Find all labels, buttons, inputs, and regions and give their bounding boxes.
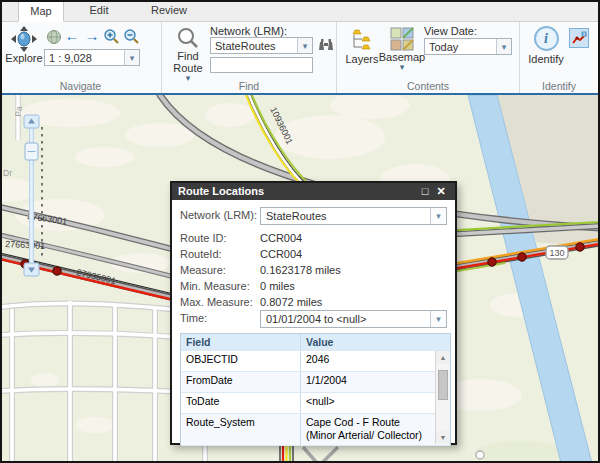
column-header-value[interactable]: Value <box>301 334 450 350</box>
map-scale-combo[interactable]: 1 : 9,028 ▾ <box>44 49 140 66</box>
layers-icon <box>349 27 375 53</box>
zoom-in-icon[interactable] <box>103 28 120 45</box>
find-route-label: Find Route <box>171 50 205 74</box>
chevron-down-icon[interactable]: ▾ <box>124 50 139 65</box>
scroll-down-icon[interactable]: ▼ <box>436 431 450 444</box>
tab-review[interactable]: Review <box>134 0 204 21</box>
app-window: Map Edit Review Explore <box>0 0 600 463</box>
group-label-contents: Contents <box>337 80 519 92</box>
road-label: 27663001 <box>5 239 46 251</box>
close-icon[interactable]: ✕ <box>433 183 449 200</box>
street-label: Pa <box>13 106 24 118</box>
cell-field: OBJECTID <box>181 351 301 371</box>
maximize-icon[interactable]: □ <box>417 183 433 200</box>
route-shield-number: 130 <box>549 248 564 258</box>
dialog-time-value: 01/01/2004 to <null> <box>261 313 430 325</box>
table-row[interactable]: OBJECTID 2046 <box>181 351 450 372</box>
field-value: CCR004 <box>260 232 302 244</box>
basemap-icon <box>390 27 414 51</box>
network-lrm-label: Network (LRM): <box>210 25 287 37</box>
column-header-field[interactable]: Field <box>181 334 301 350</box>
tab-edit[interactable]: Edit <box>64 0 134 21</box>
cell-field: ToDate <box>181 393 301 413</box>
min-measure-row: Min. Measure: 0 miles <box>180 278 447 294</box>
field-label: Measure: <box>180 264 226 276</box>
ribbon: Explore ← → 1 : 9,028 ▾ <box>0 22 600 93</box>
time-row: Time: 01/01/2004 to <null> ▾ <box>180 310 447 326</box>
chevron-down-icon[interactable]: ▾ <box>430 311 446 327</box>
layers-button[interactable]: Layers <box>345 27 379 65</box>
field-value: CCR004 <box>260 248 302 260</box>
dialog-time-combo[interactable]: 01/01/2004 to <null> ▾ <box>260 310 447 328</box>
field-label: Time: <box>180 312 207 324</box>
chevron-down-icon[interactable]: ▾ <box>496 39 511 54</box>
field-label: RouteId: <box>180 248 222 260</box>
zoom-out-icon[interactable] <box>123 28 140 45</box>
scrollbar-thumb[interactable] <box>438 370 448 400</box>
group-label-find: Find <box>162 80 336 92</box>
group-label-navigate: Navigate <box>0 80 161 92</box>
dialog-network-combo[interactable]: StateRoutes ▾ <box>260 207 447 225</box>
cell-field: FromDate <box>181 372 301 392</box>
field-label: Network (LRM): <box>180 209 257 221</box>
field-value: 0 miles <box>260 280 295 292</box>
dialog-network-value: StateRoutes <box>261 210 430 222</box>
route-id-row: Route ID: CCR004 <box>180 230 447 246</box>
previous-extent-icon[interactable]: ← <box>63 28 81 44</box>
route-locations-dialog: Route Locations □ ✕ Network (LRM): State… <box>170 181 457 445</box>
field-label: Max. Measure: <box>180 296 253 308</box>
network-combo[interactable]: StateRoutes ▾ <box>210 37 313 54</box>
street-label: Dr <box>3 168 12 178</box>
field-value: 0.8072 miles <box>260 296 322 308</box>
full-extent-globe-icon[interactable] <box>46 29 62 45</box>
view-date-value: Today <box>425 41 496 53</box>
chevron-down-icon[interactable]: ▾ <box>297 38 312 53</box>
field-label: Min. Measure: <box>180 280 250 292</box>
cell-value: 1/1/2004 <box>301 372 450 392</box>
network-row: Network (LRM): StateRoutes ▾ <box>180 207 447 223</box>
view-date-label: View Date: <box>424 25 477 37</box>
cell-value: 2046 <box>301 351 450 371</box>
ribbon-tab-bar: Map Edit Review <box>0 0 600 22</box>
explore-icon <box>11 26 37 52</box>
cell-value: <null> <box>301 393 450 413</box>
attribute-table: Field Value OBJECTID 2046 FromDate 1/1/2… <box>180 333 451 445</box>
field-value: 0.1623178 miles <box>260 264 341 276</box>
ribbon-underline <box>0 93 600 95</box>
table-scrollbar[interactable]: ▲ ▼ <box>435 351 450 444</box>
tab-map[interactable]: Map <box>18 0 64 22</box>
measure-row: Measure: 0.1623178 miles <box>180 262 447 278</box>
identify-label: Identify <box>528 53 563 65</box>
view-date-combo[interactable]: Today ▾ <box>424 38 512 55</box>
find-route-button[interactable]: Find Route ▾ <box>168 26 208 82</box>
max-measure-row: Max. Measure: 0.8072 miles <box>180 294 447 310</box>
explore-label: Explore <box>5 52 42 64</box>
identify-button[interactable]: i Identify <box>526 26 566 65</box>
table-row[interactable]: Route_System Cape Cod - F Route (Minor A… <box>181 414 450 446</box>
table-row[interactable]: ToDate <null> <box>181 393 450 414</box>
road-label: 27935001 <box>76 267 117 286</box>
cell-value: Cape Cod - F Route (Minor Arterial/ Coll… <box>301 414 450 445</box>
basemap-button[interactable]: Basemap ▾ <box>381 27 423 71</box>
binoculars-icon[interactable] <box>318 37 334 53</box>
layers-label: Layers <box>345 53 378 65</box>
dialog-title-bar[interactable]: Route Locations □ ✕ <box>172 183 455 200</box>
find-route-magnifier-icon <box>176 26 200 50</box>
chevron-down-icon[interactable]: ▾ <box>430 208 446 224</box>
table-row[interactable]: FromDate 1/1/2004 <box>181 372 450 393</box>
route-input[interactable] <box>210 57 313 73</box>
table-header-row: Field Value <box>181 334 450 351</box>
routeid-row: RouteId: CCR004 <box>180 246 447 262</box>
scroll-up-icon[interactable]: ▲ <box>436 351 450 364</box>
group-find: Find Route ▾ Network (LRM): StateRoutes … <box>162 22 337 93</box>
route-info-icon: i <box>572 31 587 46</box>
chevron-down-icon: ▾ <box>400 63 405 71</box>
explore-button[interactable]: Explore <box>4 26 44 64</box>
identify-route-toggle-button[interactable]: i <box>569 28 589 48</box>
group-navigate: Explore ← → 1 : 9,028 ▾ <box>0 22 162 93</box>
next-extent-icon[interactable]: → <box>83 28 101 44</box>
group-contents: Layers Basemap ▾ View Date: Today ▾ C <box>337 22 520 93</box>
dialog-title: Route Locations <box>178 183 264 200</box>
identify-info-icon: i <box>534 26 559 51</box>
map-scale-value: 1 : 9,028 <box>45 52 124 64</box>
